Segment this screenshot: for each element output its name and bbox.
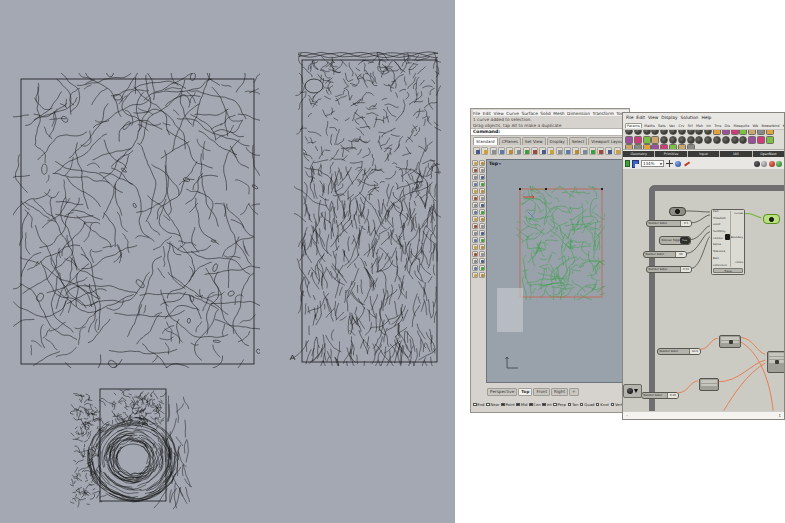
rhino-menu-edit[interactable]: Edit [483, 111, 491, 116]
gh-tab-mosquito[interactable]: Mosquito [732, 124, 750, 128]
gh-param-icon[interactable] [625, 136, 633, 144]
rhino-menu-transform[interactable]: Transform [592, 111, 613, 116]
gh-param-icon[interactable] [651, 144, 659, 150]
side-tool-icon[interactable] [472, 223, 478, 229]
slider-value[interactable]: 0.40 [667, 393, 678, 398]
gh-param-icon[interactable] [643, 136, 651, 144]
gh-canvas[interactable]: Number Slider 0.5 Boolean Toggle True Nu… [623, 169, 784, 411]
gh-curve-param-selected[interactable] [763, 214, 780, 224]
trace-input-spline[interactable]: Spline [713, 244, 729, 247]
osnap-checkbox[interactable] [568, 403, 572, 407]
zoom-level-dropdown[interactable]: 134% ▼ [641, 160, 664, 167]
gh-param-icon[interactable] [731, 129, 739, 135]
trace-output-curves[interactable]: Curves [731, 213, 743, 216]
gh-param-icon[interactable] [722, 136, 730, 144]
osnap-perp[interactable]: Perp [553, 402, 566, 407]
side-tool-icon[interactable] [479, 167, 485, 173]
gh-param-icon[interactable] [687, 136, 695, 144]
gh-param-icon[interactable] [748, 136, 756, 144]
slider-value[interactable]: 0.5 [680, 221, 691, 226]
osnap-cen[interactable]: Cen [529, 402, 541, 407]
gh-trace-component[interactable]: PathThresholdOnOffTurnPolicyContourSplin… [711, 209, 745, 275]
gh-param-icon[interactable] [643, 144, 651, 150]
move-icon[interactable] [556, 147, 563, 155]
sketch-tool-icon[interactable] [675, 161, 681, 167]
gh-param-icon[interactable] [731, 136, 739, 144]
trace-input-back[interactable]: Back [713, 258, 729, 261]
side-tool-icon[interactable] [472, 202, 478, 208]
marker-tool-icon[interactable] [683, 160, 690, 167]
trace-output-colors[interactable]: Colors [731, 262, 743, 265]
rhino-toolbar-tab-cplanes[interactable]: CPlanes [499, 137, 521, 145]
gh-param-icon[interactable] [739, 136, 747, 144]
slider-value[interactable]: 60 [675, 252, 686, 257]
rhino-menu-surface[interactable]: Surface [521, 111, 537, 116]
new-file-icon[interactable] [473, 147, 480, 155]
gh-param-icon[interactable] [678, 129, 686, 135]
viewport-tab-right[interactable]: Right [551, 388, 568, 396]
gh-component-small-2[interactable] [767, 351, 784, 373]
grid-snap-icon[interactable] [605, 147, 612, 155]
gh-param-icon[interactable] [713, 136, 721, 144]
osnap-checkbox[interactable] [580, 403, 584, 407]
osnap-int[interactable]: Int [542, 402, 551, 407]
osnap-knot[interactable]: Knot [596, 402, 609, 407]
gh-param-icon[interactable] [651, 129, 659, 135]
gh-param-icon[interactable] [651, 136, 659, 144]
rhino-toolbar-tab-select[interactable]: Select [569, 137, 588, 145]
gh-param-icon[interactable] [669, 144, 677, 150]
zoom-extents-icon[interactable] [589, 147, 596, 155]
side-tool-icon[interactable] [479, 237, 485, 243]
preview-shaded-icon[interactable] [769, 161, 775, 167]
gh-tab-kangaroo2[interactable]: Kangaroo2 [782, 124, 784, 128]
gh-palette-group-input[interactable]: Input [688, 151, 719, 157]
gh-tab-maths[interactable]: Maths [643, 124, 656, 128]
side-tool-icon[interactable] [472, 258, 478, 264]
osnap-tan[interactable]: Tan [568, 402, 579, 407]
gh-param-icon[interactable] [757, 129, 765, 135]
delete-icon[interactable] [547, 147, 554, 155]
slider-value[interactable]: 84.0 [689, 349, 700, 354]
gh-param-icon[interactable] [634, 136, 642, 144]
side-tool-icon[interactable] [479, 202, 485, 208]
gh-menu-view[interactable]: View [648, 115, 658, 120]
gh-param-icon[interactable] [704, 129, 712, 135]
rhino-viewport-top[interactable]: Top▾ [486, 159, 629, 383]
side-tool-icon[interactable] [479, 209, 485, 215]
preview-wire-icon[interactable] [761, 161, 767, 167]
gh-tab-trns[interactable]: Trns [713, 124, 722, 128]
gh-number-slider-lower[interactable]: Number Slider 84.0 [657, 348, 701, 355]
osnap-mid[interactable]: Mid [516, 402, 527, 407]
viewport-tab-+[interactable]: + [569, 388, 579, 396]
paste-icon[interactable] [523, 147, 530, 155]
gh-palette-group-primitive[interactable]: Primitive [655, 151, 686, 157]
gh-param-icon[interactable] [634, 129, 642, 135]
gh-param-icon[interactable] [625, 129, 633, 135]
side-tool-icon[interactable] [479, 230, 485, 236]
zoom-icon[interactable] [572, 147, 579, 155]
gh-param-icon[interactable] [678, 136, 686, 144]
side-tool-icon[interactable] [479, 160, 485, 166]
gh-param-icon[interactable] [678, 144, 686, 150]
osnap-near[interactable]: Near [486, 402, 499, 407]
gh-tab-dis[interactable]: Dis [724, 124, 732, 128]
copy-icon[interactable] [514, 147, 521, 155]
rhino-menu-curve[interactable]: Curve [506, 111, 519, 116]
side-tool-icon[interactable] [479, 181, 485, 187]
save-definition-icon[interactable] [632, 160, 639, 168]
gh-tab-bowerbird[interactable]: Bowerbird [761, 124, 781, 128]
cut-icon[interactable] [506, 147, 513, 155]
side-tool-icon[interactable] [479, 195, 485, 201]
side-tool-icon[interactable] [479, 265, 485, 271]
preview-off-icon[interactable] [754, 161, 760, 167]
gh-palette-group-util[interactable]: Util [720, 151, 751, 157]
preview-custom-icon[interactable] [776, 161, 782, 167]
gh-param-icon[interactable] [704, 136, 712, 144]
side-tool-icon[interactable] [479, 223, 485, 229]
osnap-quad[interactable]: Quad [580, 402, 594, 407]
gh-param-icon[interactable] [766, 129, 774, 135]
side-tool-icon[interactable] [472, 272, 478, 278]
trace-input-onoff[interactable]: OnOff [713, 224, 729, 227]
viewport-tab-perspective[interactable]: Perspective [487, 388, 517, 396]
gh-tab-msh[interactable]: Msh [695, 124, 704, 128]
